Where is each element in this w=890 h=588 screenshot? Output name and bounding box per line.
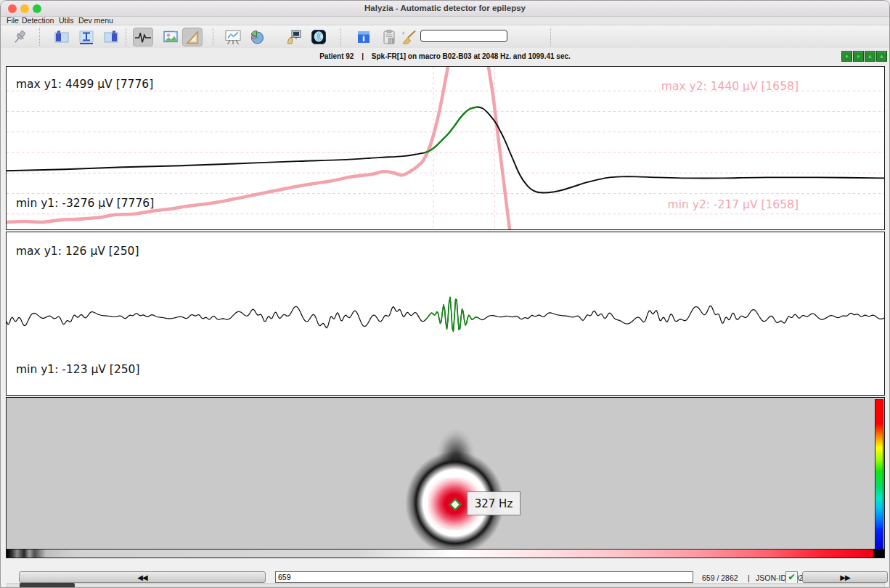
- amplitude-tool-button[interactable]: [76, 28, 97, 46]
- raw-signal-plot-panel[interactable]: max y1: 4499 μV [7776] min y1: -3276 μV …: [6, 66, 885, 230]
- panel-right-tool-button[interactable]: [101, 28, 121, 46]
- amplitude-icon: [78, 28, 95, 46]
- pin-tool-button[interactable]: [9, 28, 30, 46]
- panel1-max-y2-label: max y2: 1440 μV [1658]: [661, 80, 799, 93]
- horizontal-scrollbar[interactable]: [7, 583, 885, 588]
- previous-event-button[interactable]: ◀◀: [19, 571, 266, 583]
- menu-detection[interactable]: Detection: [22, 16, 54, 25]
- brain-scan-tool-button[interactable]: [309, 28, 329, 46]
- view-dot-button-2[interactable]: ●: [853, 51, 864, 62]
- pie-chart-tool-button[interactable]: [247, 28, 267, 46]
- svg-text:i: i: [362, 34, 365, 44]
- title-bar: Halyzia - Automatic detector for epileps…: [1, 1, 889, 17]
- clipboard-icon: [380, 28, 398, 46]
- panel1-min-y1-label: min y1: -3276 μV [7776]: [16, 197, 154, 210]
- ruler-icon: [184, 28, 201, 46]
- pin-icon: [11, 28, 28, 46]
- hand-screen-tool-button[interactable]: [284, 28, 304, 46]
- patient-id: Patient 92: [319, 52, 354, 60]
- view-dot-button-1[interactable]: ●: [841, 51, 852, 62]
- toolbar: i: [1, 25, 889, 49]
- frequency-label: 327 Hz: [467, 491, 520, 515]
- menu-utils[interactable]: Utils: [59, 16, 73, 25]
- frequency-colorbar: [875, 399, 883, 550]
- app-window: Halyzia - Automatic detector for epileps…: [0, 0, 890, 588]
- clipboard-tool-button[interactable]: [379, 28, 399, 46]
- event-index-input[interactable]: [275, 571, 693, 583]
- menu-dev[interactable]: Dev menu: [78, 16, 113, 25]
- json-id-label: JSON-ID: 1927: [756, 573, 807, 582]
- panel2-max-y1-label: max y1: 126 μV [250]: [16, 245, 139, 258]
- toolbar-separator: [126, 28, 126, 46]
- panel1-max-y1-label: max y1: 4499 μV [7776]: [16, 78, 153, 91]
- status-separator: |: [362, 52, 364, 60]
- image-tool-button[interactable]: [160, 28, 181, 46]
- menu-file[interactable]: File: [7, 16, 19, 25]
- panel-right-icon: [102, 28, 120, 46]
- broom-icon: [399, 28, 418, 46]
- recording-info: Spk-FR[1] on macro B02-B03 at 2048 Hz. a…: [372, 52, 571, 60]
- intensity-strip: [7, 549, 884, 558]
- patient-status-text: Patient 92 | Spk-FR[1] on macro B02-B03 …: [1, 52, 889, 60]
- next-event-button[interactable]: ▶▶: [802, 571, 888, 583]
- chart-board-icon: [224, 28, 242, 46]
- info-tool-button[interactable]: i: [354, 28, 374, 46]
- waveform-tool-button[interactable]: [133, 28, 153, 46]
- ruler-tool-button[interactable]: [182, 28, 203, 46]
- counter-separator: |: [748, 573, 750, 582]
- pie-chart-icon: [248, 28, 266, 46]
- broom-tool-button[interactable]: [399, 28, 419, 46]
- toolbar-separator: [550, 28, 551, 46]
- brain-scan-icon: [310, 28, 327, 46]
- panel1-min-y2-label: min y2: -217 μV [1658]: [668, 198, 799, 211]
- waveform-icon: [134, 29, 152, 45]
- panel-left-icon: [53, 28, 70, 46]
- window-title: Halyzia - Automatic detector for epileps…: [1, 4, 889, 12]
- menu-bar: File Detection Utils Dev menu: [1, 17, 889, 25]
- filtered-signal-plot-panel[interactable]: max y1: 126 μV [250] min y1: -123 μV [25…: [6, 232, 885, 396]
- toolbar-separator: [39, 28, 40, 46]
- status-bar: Patient 92 | Spk-FR[1] on macro B02-B03 …: [1, 48, 889, 65]
- hand-screen-icon: [285, 28, 303, 46]
- view-up-button-1[interactable]: ▲: [865, 51, 875, 62]
- validate-checkbox[interactable]: ✔: [785, 571, 798, 584]
- event-counter: 659 / 2862: [702, 573, 738, 582]
- search-input[interactable]: [420, 30, 507, 42]
- view-up-button-2[interactable]: ▲: [876, 51, 887, 62]
- toolbar-separator: [213, 28, 213, 46]
- time-frequency-panel[interactable]: 327 Hz: [6, 397, 885, 558]
- panel2-min-y1-label: min y1: -123 μV [250]: [16, 363, 140, 376]
- scrollbar-thumb[interactable]: [20, 583, 75, 588]
- info-icon: i: [356, 29, 372, 45]
- chart-board-tool-button[interactable]: [223, 28, 243, 46]
- image-icon: [162, 28, 179, 46]
- toolbar-separator: [340, 28, 341, 46]
- panel-left-tool-button[interactable]: [52, 28, 72, 46]
